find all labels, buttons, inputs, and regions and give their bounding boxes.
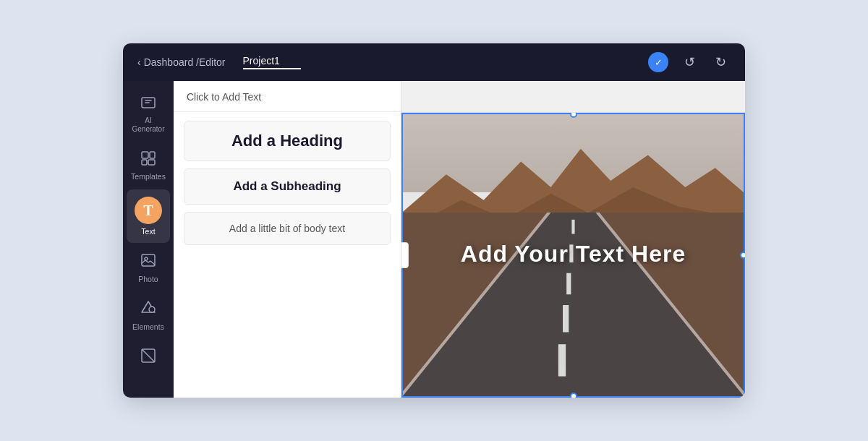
sidebar-item-photo[interactable]: Photo [127, 244, 170, 291]
chevron-left-icon: ‹ [137, 56, 141, 68]
panel-content: Add a Heading Add a Subheading Add a lit… [174, 112, 401, 254]
breadcrumb[interactable]: ‹ Dashboard /Editor [137, 56, 226, 68]
templates-icon [140, 150, 157, 169]
text-panel: Click to Add Text Add a Heading Add a Su… [174, 81, 401, 398]
project-title[interactable]: Project1 [243, 55, 301, 69]
svg-rect-18 [569, 244, 573, 262]
svg-rect-17 [571, 220, 574, 234]
svg-rect-2 [150, 152, 155, 158]
svg-rect-19 [566, 273, 571, 295]
collapse-panel-button[interactable]: ‹ [401, 242, 409, 268]
panel-header: Click to Add Text [174, 81, 401, 112]
photo-label: Photo [138, 275, 158, 283]
add-body-text-button[interactable]: Add a little bit of body text [184, 212, 391, 245]
svg-point-7 [149, 307, 155, 312]
undo-button[interactable]: ↺ [680, 51, 699, 73]
svg-rect-1 [142, 152, 148, 158]
canvas-top-strip [401, 81, 745, 113]
road-layer [401, 213, 745, 398]
click-to-add-text: Click to Add Text [187, 91, 261, 103]
sidebar-item-ai-generator[interactable]: AIGenerator [127, 87, 170, 141]
sidebar-item-text[interactable]: T Text [127, 189, 170, 243]
top-bar: ‹ Dashboard /Editor Project1 ✓ ↺ ↻ [123, 43, 745, 81]
app-container: ‹ Dashboard /Editor Project1 ✓ ↺ ↻ AIGen… [123, 43, 745, 398]
svg-line-9 [142, 349, 155, 362]
sidebar-item-elements[interactable]: Elements [127, 292, 170, 338]
sidebar-item-more[interactable] [127, 340, 170, 374]
svg-rect-3 [142, 160, 147, 165]
canvas-main[interactable]: ‹ [401, 113, 745, 398]
add-subheading-button[interactable]: Add a Subheading [184, 168, 391, 205]
svg-rect-20 [563, 305, 569, 332]
ai-generator-icon [140, 94, 157, 114]
canvas-image: Add Your Text Here ↻ [401, 113, 745, 398]
sidebar-item-templates[interactable]: Templates [127, 142, 170, 188]
more-icon [140, 347, 157, 367]
ai-generator-label: AIGenerator [132, 116, 164, 134]
save-cloud-icon[interactable]: ✓ [648, 52, 668, 72]
svg-rect-4 [148, 160, 155, 165]
text-label: Text [141, 227, 155, 236]
redo-button[interactable]: ↻ [711, 51, 731, 73]
add-heading-button[interactable]: Add a Heading [184, 121, 391, 161]
photo-icon [140, 252, 157, 272]
sidebar: AIGenerator Templates T [123, 81, 174, 398]
templates-label: Templates [131, 172, 166, 181]
svg-rect-21 [558, 344, 566, 376]
text-icon-bg: T [135, 197, 162, 224]
elements-label: Elements [132, 322, 164, 331]
elements-icon [140, 299, 157, 320]
main-area: AIGenerator Templates T [123, 81, 745, 398]
breadcrumb-text: Dashboard /Editor [144, 56, 226, 68]
svg-rect-5 [142, 254, 155, 266]
text-icon: T [143, 202, 153, 219]
canvas-area: ‹ [401, 81, 745, 398]
